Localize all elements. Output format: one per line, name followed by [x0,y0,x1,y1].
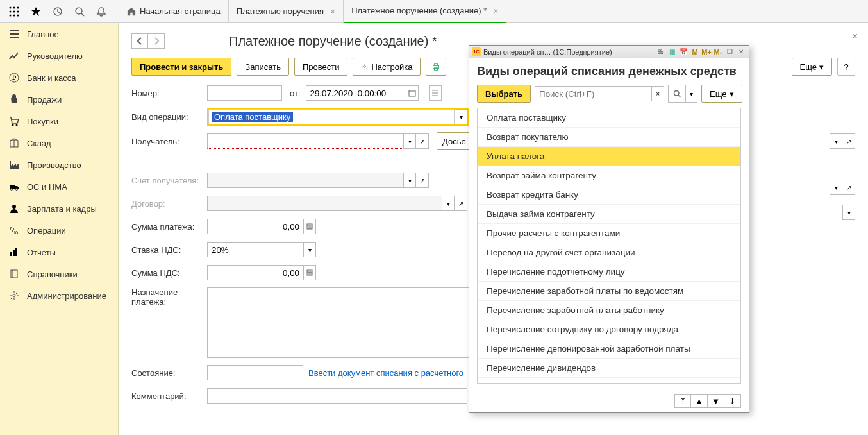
recipient-input[interactable] [207,133,403,149]
open-button[interactable]: ↗ [842,133,855,149]
save-button[interactable]: Записать [237,58,289,76]
m-minus-icon[interactable]: M- [713,47,723,56]
operation-field[interactable]: Оплата поставщику ▾ [207,108,469,126]
forward-button[interactable] [148,33,165,49]
settings-button[interactable]: Настройка [353,58,421,76]
more-button[interactable]: Еще ▾ [792,58,832,76]
post-and-close-button[interactable]: Провести и закрыть [131,58,231,76]
list-item[interactable]: Оплата поставщику [478,108,740,128]
modal-footer: ⤒ ▲ ▼ ⤓ [469,390,749,412]
list-item[interactable]: Перечисление заработной платы работнику [478,301,740,320]
sidebar-item-warehouse[interactable]: Склад [0,132,118,154]
search-button[interactable] [668,85,686,103]
sidebar-item-sales[interactable]: Продажи [0,89,118,110]
print-button[interactable] [426,58,446,76]
sidebar-item-production[interactable]: Производство [0,154,118,176]
vat-amount-input[interactable] [207,265,303,280]
home-icon [127,7,136,16]
sidebar-item-manager[interactable]: Руководителю [0,45,118,67]
tab-payment-create[interactable]: Платежное поручение (создание) * × [344,0,506,23]
arrow-left-icon [136,37,144,45]
list-item[interactable]: Выдача займа работнику [478,378,740,384]
grid-icon[interactable]: ▦ [667,47,677,56]
sidebar-item-operations[interactable]: ДтКтОперации [0,219,118,241]
sidebar-item-reports[interactable]: Отчеты [0,241,118,263]
list-item[interactable]: Перевод на другой счет организации [478,243,740,262]
sidebar-item-catalogs[interactable]: Справочники [0,263,118,285]
dossier-button[interactable]: Досье [437,132,472,150]
m-icon[interactable]: M [690,47,700,56]
comment-input[interactable] [207,388,467,404]
tab-home[interactable]: Начальная страница [119,0,229,23]
more-button[interactable]: Еще ▾ [701,85,742,103]
dropdown-button[interactable]: ▾ [455,109,467,124]
calculator-button[interactable] [303,219,316,234]
list-item[interactable]: Перечисление депонированной заработной п… [478,339,740,359]
list-item[interactable]: Выдача займа контрагенту [478,205,740,224]
close-icon[interactable]: × [493,6,498,16]
dropdown-button[interactable]: ▾ [830,180,842,195]
open-button[interactable]: ↗ [455,196,467,211]
dropdown-button[interactable]: ▾ [403,173,416,188]
list-item[interactable]: Перечисление дивидендов [478,359,740,378]
m-plus-icon[interactable]: M+ [701,47,712,56]
window-icon[interactable]: ❐ [724,47,735,56]
tab-payments[interactable]: Платежные поручения × [229,0,344,23]
tab-label: Начальная страница [140,6,221,16]
list-item[interactable]: Перечисление заработной платы по ведомос… [478,282,740,301]
back-button[interactable] [131,33,148,49]
dropdown-button[interactable]: ▾ [842,205,855,220]
calculator-button[interactable] [303,265,316,280]
date-input[interactable] [306,85,406,101]
apps-icon[interactable] [9,6,19,17]
vat-rate-input[interactable] [207,242,303,257]
close-icon[interactable]: × [852,31,858,42]
open-button[interactable]: ↗ [416,173,429,188]
number-input[interactable] [207,85,282,101]
sidebar-item-assets[interactable]: ОС и НМА [0,176,118,198]
sidebar-item-main[interactable]: Главное [0,23,118,45]
calendar-icon[interactable]: 📅 [678,47,689,56]
open-button[interactable]: ↗ [416,133,429,149]
sidebar-item-purchases[interactable]: Покупки [0,110,118,132]
sidebar-item-hr[interactable]: Зарплата и кадры [0,198,118,219]
down-button[interactable]: ▼ [708,394,724,408]
list-button[interactable] [429,85,442,101]
dropdown-button[interactable]: ▾ [830,133,842,149]
status-input[interactable] [207,365,303,380]
select-button[interactable]: Выбрать [477,85,531,103]
bell-icon[interactable] [96,6,106,17]
amount-input[interactable] [207,219,303,234]
clear-search-button[interactable]: × [651,86,664,101]
calendar-button[interactable] [406,85,419,101]
print-icon[interactable]: 🖶 [655,47,665,56]
modal-titlebar[interactable]: 1C Виды операций сп… (1С:Предприятие) 🖶 … [469,46,749,58]
list-item[interactable]: Перечисление подотчетному лицу [478,262,740,282]
close-icon[interactable]: ✕ [736,47,746,56]
list-item[interactable]: Возврат покупателю [478,128,740,147]
star-icon[interactable] [31,6,41,17]
search-dropdown-button[interactable]: ▾ [686,85,697,103]
history-icon[interactable] [53,6,63,17]
search-input[interactable] [535,86,651,101]
dropdown-button[interactable]: ▾ [303,242,316,257]
last-button[interactable]: ⤓ [724,394,741,408]
list-item[interactable]: Возврат займа контрагенту [478,166,740,185]
help-button[interactable]: ? [837,58,855,76]
sidebar-item-bank[interactable]: ₽Банк и касса [0,67,118,89]
post-button[interactable]: Провести [294,58,348,76]
list-item[interactable]: Прочие расчеты с контрагентами [478,224,740,243]
sidebar-item-admin[interactable]: Администрирование [0,285,118,307]
dropdown-button[interactable]: ▾ [442,196,455,211]
up-button[interactable]: ▲ [691,394,708,408]
list-item[interactable]: Возврат кредита банку [478,185,740,205]
first-button[interactable]: ⤒ [674,394,691,408]
list-item[interactable]: Перечисление сотруднику по договору подр… [478,320,740,339]
calculator-icon [306,269,313,276]
dropdown-button[interactable]: ▾ [403,133,416,149]
status-link[interactable]: Ввести документ списания с расчетного [308,368,463,378]
open-button[interactable]: ↗ [842,180,855,195]
list-item[interactable]: Уплата налога [478,147,740,166]
search-icon[interactable] [74,6,85,17]
close-icon[interactable]: × [330,6,335,17]
